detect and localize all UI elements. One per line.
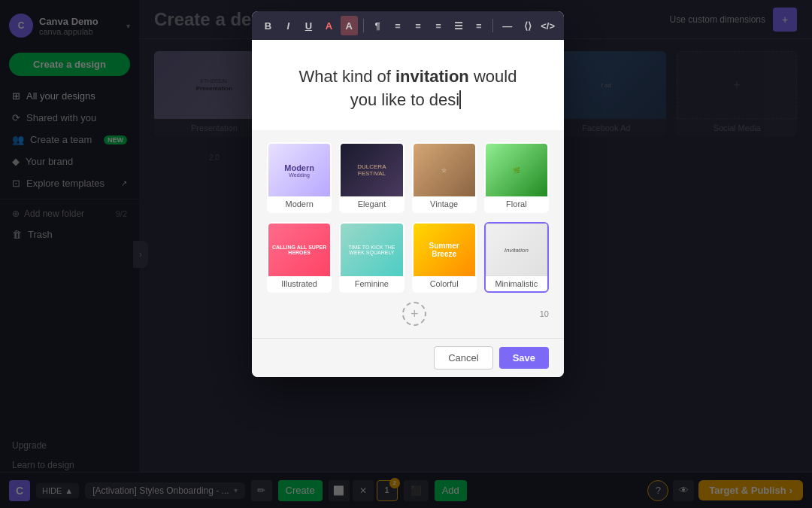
style-illustrated[interactable]: CALLING ALL SUPER HEROES Illustrated [267,222,332,293]
add-style-button[interactable]: + [402,302,426,326]
text-suffix: would [469,67,517,86]
style-vintage[interactable]: ☆ Vintage [412,142,477,213]
align-right-button[interactable]: ≡ [430,16,447,35]
align-left-button[interactable]: ≡ [389,16,407,35]
styles-section: Modern Wedding Modern DULCERA FESTIVAL E… [252,130,564,338]
style-label: Floral [486,196,547,211]
style-modern[interactable]: Modern Wedding Modern [267,142,332,213]
elegant-thumb: DULCERA FESTIVAL [341,144,402,196]
colorful-thumb: Summer Breeze [414,224,475,276]
cursor [459,90,465,109]
dash-button[interactable]: — [498,16,516,35]
cancel-button[interactable]: Cancel [434,346,492,370]
link-button[interactable]: ⟨⟩ [519,16,536,35]
style-floral[interactable]: 🌿 Floral [484,142,549,213]
style-modal: B I U A A ¶ ≡ ≡ ≡ ☰ ≡ — ⟨⟩ </> What kind… [252,11,564,377]
modal-question-text: What kind of invitation would you like t… [299,65,517,112]
toolbar-separator2 [492,19,493,32]
modal-footer: Cancel Save [252,338,564,377]
style-elegant[interactable]: DULCERA FESTIVAL Elegant [339,142,404,213]
modern-thumb: Modern Wedding [268,144,330,196]
style-label: Elegant [341,196,402,211]
text-toolbar: B I U A A ¶ ≡ ≡ ≡ ☰ ≡ — ⟨⟩ </> [252,11,564,40]
text-bold: invitation [395,67,469,86]
toolbar-separator [363,19,364,32]
indent-button[interactable]: ≡ [470,16,487,35]
style-feminine[interactable]: TIME TO KICK THE WEEK SQUARELY Feminine [339,222,404,293]
code-button[interactable]: </> [539,16,556,35]
text-prefix: What kind of [299,67,395,86]
pagination-info: 10 [540,309,549,318]
style-minimalistic[interactable]: Invitation Minimalistic [484,222,549,293]
save-button[interactable]: Save [499,347,549,369]
bold-button[interactable]: B [259,16,277,35]
font-highlight-button[interactable]: A [341,16,358,35]
italic-button[interactable]: I [280,16,297,35]
illustrated-thumb: CALLING ALL SUPER HEROES [268,224,330,276]
align-center-button[interactable]: ≡ [410,16,427,35]
styles-footer: + 10 [267,302,549,326]
style-label: Modern [268,196,330,211]
list-button[interactable]: ☰ [450,16,467,35]
font-color-button[interactable]: A [320,16,338,35]
style-label: Illustrated [268,276,330,291]
paragraph-button[interactable]: ¶ [369,16,386,35]
styles-grid-row2: CALLING ALL SUPER HEROES Illustrated TIM… [267,222,549,293]
style-label: Vintage [414,196,475,211]
modal-text-area[interactable]: What kind of invitation would you like t… [252,40,564,130]
styles-grid-row1: Modern Wedding Modern DULCERA FESTIVAL E… [267,142,549,213]
floral-thumb: 🌿 [486,144,547,196]
style-label: Minimalistic [486,276,547,291]
feminine-thumb: TIME TO KICK THE WEEK SQUARELY [341,224,402,276]
vintage-thumb: ☆ [414,144,475,196]
underline-button[interactable]: U [300,16,317,35]
text-line3: you like to desi [350,90,460,109]
style-colorful[interactable]: Summer Breeze Colorful [412,222,477,293]
style-label: Colorful [414,276,475,291]
minimalistic-thumb: Invitation [486,224,547,276]
style-label: Feminine [341,276,402,291]
